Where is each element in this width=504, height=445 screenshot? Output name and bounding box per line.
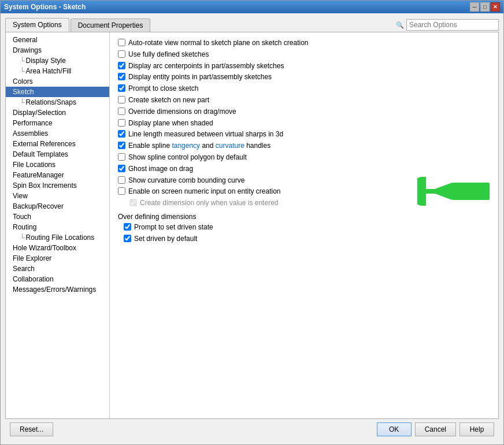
title-bar-controls: ─ □ ✕ xyxy=(470,2,500,12)
checkbox-row-cb12: Ghost image on drag xyxy=(118,164,490,174)
sidebar-item-drawings[interactable]: Drawings xyxy=(6,45,109,55)
sidebar-item-relations-snaps[interactable]: └Relations/Snaps xyxy=(6,97,109,107)
sidebar-item-area-hatch-fill[interactable]: └Area Hatch/Fill xyxy=(6,66,109,76)
sidebar-item-default-templates[interactable]: Default Templates xyxy=(6,149,109,160)
checkbox-cb14[interactable] xyxy=(118,187,125,195)
tab-system-options[interactable]: System Options xyxy=(5,18,69,32)
sidebar-item-spin-box-increments[interactable]: Spin Box Increments xyxy=(6,180,109,191)
od-checkbox-od2[interactable] xyxy=(124,235,131,242)
sidebar-item-collaboration[interactable]: Collaboration xyxy=(6,274,109,284)
checkbox-row-cb4: Display entity points in part/assembly s… xyxy=(118,72,490,82)
checkbox-cb3[interactable] xyxy=(118,62,125,69)
checkbox-row-cb15: Create dimension only when value is ente… xyxy=(118,198,490,208)
tabs-row: System Options Document Properties xyxy=(5,18,151,32)
checkbox-label-cb15[interactable]: Create dimension only when value is ente… xyxy=(140,198,278,208)
checkbox-cb7[interactable] xyxy=(118,107,125,115)
checkbox-row-cb13: Show curvature comb bounding curve xyxy=(118,176,490,186)
checkbox-cb8[interactable] xyxy=(118,119,125,127)
sidebar-item-colors[interactable]: Colors xyxy=(6,76,109,87)
checkbox-row-cb3: Display arc centerpoints in part/assembl… xyxy=(118,61,490,71)
checkbox-row-cb9: Line length measured between virtual sha… xyxy=(118,129,490,139)
checkbox-label-cb11[interactable]: Show spline control polygon by default xyxy=(128,153,247,162)
checkbox-row-cb6: Create sketch on new part xyxy=(118,95,490,105)
checkbox-row-cb14: Enable on screen numeric input on entity… xyxy=(118,187,490,196)
checkbox-row-cb8: Display plane when shaded xyxy=(118,118,490,128)
checkbox-label-cb14[interactable]: Enable on screen numeric input on entity… xyxy=(128,187,281,196)
checkbox-label-cb3[interactable]: Display arc centerpoints in part/assembl… xyxy=(128,61,284,71)
sidebar-item-performance[interactable]: Performance xyxy=(6,118,109,128)
sidebar-item-assemblies[interactable]: Assemblies xyxy=(6,128,109,139)
sidebar-item-sketch[interactable]: Sketch xyxy=(6,87,109,97)
checkbox-cb1[interactable] xyxy=(118,39,125,46)
checkbox-label-cb8[interactable]: Display plane when shaded xyxy=(128,118,213,128)
footer-right: OK Cancel Help xyxy=(377,422,494,436)
checkbox-label-cb7[interactable]: Override dimensions on drag/move xyxy=(128,107,236,117)
checkbox-label-cb2[interactable]: Use fully defined sketches xyxy=(128,50,209,60)
footer-left: Reset... xyxy=(10,422,53,436)
checkbox-row-cb5: Prompt to close sketch xyxy=(118,84,490,94)
checkbox-cb2[interactable] xyxy=(118,50,125,58)
cancel-button[interactable]: Cancel xyxy=(415,422,456,436)
main-window: System Options - Sketch ─ □ ✕ System Opt… xyxy=(0,0,504,445)
checkbox-row-cb7: Override dimensions on drag/move xyxy=(118,107,490,117)
sidebar-item-display-selection[interactable]: Display/Selection xyxy=(6,107,109,118)
sidebar-item-view[interactable]: View xyxy=(6,191,109,201)
checkbox-cb9[interactable] xyxy=(118,130,125,138)
sidebar-item-backup-recover[interactable]: Backup/Recover xyxy=(6,201,109,212)
checkbox-cb15[interactable] xyxy=(129,199,137,206)
checkbox-cb13[interactable] xyxy=(118,176,125,184)
checkbox-label-cb5[interactable]: Prompt to close sketch xyxy=(128,84,198,94)
sidebar-item-hole-wizard-toolbox[interactable]: Hole Wizard/Toolbox xyxy=(6,243,109,253)
sidebar-item-routing[interactable]: Routing xyxy=(6,222,109,232)
checkbox-cb4[interactable] xyxy=(118,73,125,80)
minimize-button[interactable]: ─ xyxy=(470,2,479,12)
checkbox-row-cb10: Enable spline tangency and curvature han… xyxy=(118,141,490,151)
title-bar: System Options - Sketch ─ □ ✕ xyxy=(1,1,503,13)
sidebar-item-search[interactable]: Search xyxy=(6,264,109,274)
content-area: Auto-rotate view normal to sketch plane … xyxy=(110,32,498,418)
main-content: GeneralDrawings└Display Style└Area Hatch… xyxy=(5,32,499,419)
checkbox-label-cb1[interactable]: Auto-rotate view normal to sketch plane … xyxy=(128,38,309,48)
od-checkbox-row-od2: Set driven by default xyxy=(124,234,490,244)
checkbox-label-cb9[interactable]: Line length measured between virtual sha… xyxy=(128,129,283,139)
checkbox-row-cb2: Use fully defined sketches xyxy=(118,50,490,60)
checkbox-label-cb12[interactable]: Ghost image on drag xyxy=(128,164,193,174)
od-checkbox-label-od2[interactable]: Set driven by default xyxy=(134,234,197,244)
checkbox-label-cb13[interactable]: Show curvature comb bounding curve xyxy=(128,176,244,186)
od-checkbox-od1[interactable] xyxy=(124,223,131,231)
od-checkbox-label-od1[interactable]: Prompt to set driven state xyxy=(134,222,213,232)
maximize-button[interactable]: □ xyxy=(480,2,490,12)
window-body: System Options Document Properties 🔍 Gen… xyxy=(1,13,503,444)
sidebar-item-display-style[interactable]: └Display Style xyxy=(6,55,109,66)
checkbox-label-cb6[interactable]: Create sketch on new part xyxy=(128,95,209,105)
checkbox-label-cb10[interactable]: Enable spline tangency and curvature han… xyxy=(128,141,270,151)
sidebar-item-general[interactable]: General xyxy=(6,35,109,45)
help-button[interactable]: Help xyxy=(459,422,494,436)
checkbox-cb6[interactable] xyxy=(118,96,125,103)
sidebar-item-routing-file-locations[interactable]: └Routing File Locations xyxy=(6,232,109,243)
od-checkbox-row-od1: Prompt to set driven state xyxy=(124,222,490,232)
sidebar-item-featuremanager[interactable]: FeatureManager xyxy=(6,170,109,180)
footer: Reset... OK Cancel Help xyxy=(5,419,499,440)
sidebar-item-file-locations[interactable]: File Locations xyxy=(6,160,109,170)
search-label: 🔍 xyxy=(396,21,404,29)
over-defining-label: Over defining dimensions xyxy=(118,213,490,221)
checkbox-cb10[interactable] xyxy=(118,142,125,149)
sidebar-item-touch[interactable]: Touch xyxy=(6,212,109,222)
search-input[interactable] xyxy=(406,19,499,31)
window-title: System Options - Sketch xyxy=(4,3,86,11)
ok-button[interactable]: OK xyxy=(377,422,412,436)
checkbox-label-cb4[interactable]: Display entity points in part/assembly s… xyxy=(128,72,272,82)
sidebar-item-messages-errors-warnings[interactable]: Messages/Errors/Warnings xyxy=(6,284,109,295)
sidebar-item-external-references[interactable]: External References xyxy=(6,139,109,149)
close-button[interactable]: ✕ xyxy=(491,2,500,12)
checkbox-cb12[interactable] xyxy=(118,165,125,172)
checkbox-cb5[interactable] xyxy=(118,84,125,92)
tab-document-properties[interactable]: Document Properties xyxy=(71,18,151,32)
reset-button[interactable]: Reset... xyxy=(10,422,53,436)
search-area: 🔍 xyxy=(396,19,499,31)
checkbox-row-cb1: Auto-rotate view normal to sketch plane … xyxy=(118,38,490,48)
checkbox-cb11[interactable] xyxy=(118,153,125,161)
sidebar-item-file-explorer[interactable]: File Explorer xyxy=(6,253,109,264)
sidebar: GeneralDrawings└Display Style└Area Hatch… xyxy=(6,32,110,418)
